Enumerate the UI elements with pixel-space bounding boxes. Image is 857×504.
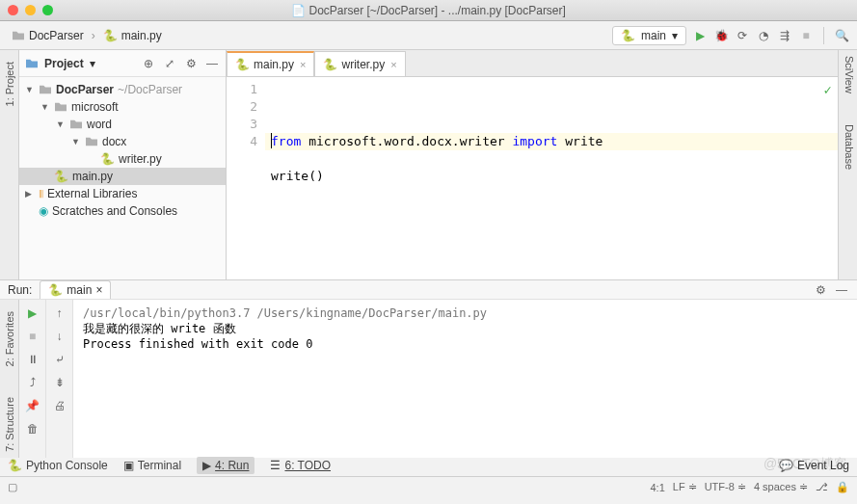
tree-arrow-icon: ▶ bbox=[25, 189, 35, 199]
hide-icon[interactable]: — bbox=[834, 282, 849, 298]
search-button[interactable]: 🔍 bbox=[834, 28, 849, 43]
code-area[interactable]: ✓ from microsoft.word.docx.writer import… bbox=[265, 77, 838, 279]
zoom-window-icon[interactable] bbox=[42, 5, 53, 15]
editor-tab[interactable]: 🐍writer.py× bbox=[314, 51, 405, 76]
stop-button[interactable]: ■ bbox=[25, 329, 40, 344]
close-icon[interactable]: × bbox=[95, 283, 102, 297]
console-output[interactable]: /usr/local/bin/python3.7 /Users/kingname… bbox=[73, 300, 857, 458]
project-label: Project bbox=[44, 57, 84, 70]
hide-icon[interactable]: — bbox=[204, 56, 220, 71]
close-icon[interactable]: × bbox=[300, 59, 306, 70]
separator bbox=[823, 27, 824, 44]
terminal-tab[interactable]: ▣Terminal bbox=[123, 459, 181, 472]
sciview-tool-tab[interactable]: SciView bbox=[839, 50, 857, 99]
library-icon: ⫴ bbox=[39, 187, 43, 200]
pin-button[interactable]: 📌 bbox=[25, 398, 40, 413]
project-icon bbox=[25, 58, 39, 69]
run-toolbar-2: ↑ ↓ ⤶ ⇟ 🖨 bbox=[46, 300, 73, 458]
favorites-tool-tab[interactable]: 2: Favorites bbox=[2, 305, 17, 372]
breadcrumb-item[interactable]: DocParser bbox=[8, 27, 88, 44]
target-icon[interactable]: ⊕ bbox=[141, 56, 156, 71]
folder-icon bbox=[39, 84, 52, 95]
breadcrumb: DocParser › 🐍 main.py bbox=[8, 27, 166, 44]
tree-item-word[interactable]: ▼ word bbox=[19, 116, 226, 133]
rerun-button[interactable]: ▶ bbox=[25, 305, 40, 321]
lock-icon[interactable]: 🔒 bbox=[836, 481, 849, 493]
coverage-button[interactable]: ⟳ bbox=[735, 28, 750, 43]
project-tool-tab[interactable]: 1: Project bbox=[2, 56, 17, 112]
encoding[interactable]: UTF-8 ≑ bbox=[705, 481, 746, 493]
run-tab-bottom[interactable]: ▶4: Run bbox=[197, 457, 254, 474]
tree-arrow-icon: ▼ bbox=[56, 119, 66, 129]
project-tree: ▼ DocParser ~/DocParser▼ microsoft▼ word… bbox=[19, 77, 226, 224]
folder-icon bbox=[12, 30, 25, 41]
gear-icon[interactable]: ⚙ bbox=[183, 56, 199, 71]
editor-tab[interactable]: 🐍main.py× bbox=[227, 51, 314, 76]
scroll-button[interactable]: ⇟ bbox=[52, 375, 67, 390]
window-controls bbox=[8, 5, 53, 15]
main-area: 1: Project Project ▾ ⊕ ⤢ ⚙ — ▼ DocParser… bbox=[0, 50, 857, 279]
concurrent-button[interactable]: ⇶ bbox=[777, 28, 792, 43]
up-button[interactable]: ↑ bbox=[52, 305, 67, 321]
todo-tab[interactable]: ☰6: TODO bbox=[270, 459, 331, 472]
right-tool-stripe: SciView Database bbox=[838, 50, 857, 279]
python-file-icon: 🐍 bbox=[103, 29, 118, 42]
run-button[interactable]: ▶ bbox=[692, 28, 708, 43]
exit-button[interactable]: ⤴ bbox=[25, 375, 40, 390]
chevron-down-icon[interactable]: ▾ bbox=[90, 57, 95, 70]
tree-item-scratches-and-consoles[interactable]: ◉ Scratches and Consoles bbox=[19, 202, 226, 220]
run-tab[interactable]: 🐍 main × bbox=[40, 280, 111, 299]
python-file-icon: 🐍 bbox=[54, 170, 68, 183]
list-icon: ☰ bbox=[270, 459, 281, 472]
status-icon[interactable]: ▢ bbox=[8, 481, 17, 493]
run-config-select[interactable]: 🐍 main ▾ bbox=[612, 26, 686, 45]
profile-button[interactable]: ◔ bbox=[756, 28, 771, 43]
tree-item-main-py[interactable]: 🐍 main.py bbox=[19, 168, 226, 185]
close-icon[interactable]: × bbox=[390, 59, 396, 70]
python-console-tab[interactable]: 🐍Python Console bbox=[8, 459, 108, 472]
database-tool-tab[interactable]: Database bbox=[839, 119, 857, 175]
left-tool-stripe: 1: Project bbox=[0, 50, 19, 279]
tree-item-docx[interactable]: ▼ docx bbox=[19, 133, 226, 150]
tree-label: DocParser bbox=[56, 83, 114, 96]
tree-item-microsoft[interactable]: ▼ microsoft bbox=[19, 98, 226, 116]
run-body: 2: Favorites 7: Structure ▶ ■ ⏸ ⤴ 📌 🗑 ↑ … bbox=[0, 300, 857, 458]
run-toolbar-1: ▶ ■ ⏸ ⤴ 📌 🗑 bbox=[19, 300, 46, 458]
debug-button[interactable]: 🐞 bbox=[713, 28, 729, 43]
code-editor[interactable]: 1234 ✓ from microsoft.word.docx.writer i… bbox=[227, 77, 838, 279]
stop-button[interactable]: ■ bbox=[798, 28, 814, 43]
run-panel: Run: 🐍 main × ⚙ — 2: Favorites 7: Struct… bbox=[0, 279, 857, 453]
tab-label: writer.py bbox=[341, 58, 385, 71]
wrap-button[interactable]: ⤶ bbox=[52, 352, 67, 367]
down-button[interactable]: ↓ bbox=[52, 329, 67, 344]
chevron-down-icon: ▾ bbox=[672, 29, 678, 42]
structure-tool-tab[interactable]: 7: Structure bbox=[2, 391, 17, 458]
python-icon: 📄 bbox=[291, 4, 306, 17]
expand-icon[interactable]: ⤢ bbox=[162, 56, 177, 71]
git-icon[interactable]: ⎇ bbox=[816, 481, 828, 493]
python-file-icon: 🐍 bbox=[323, 58, 337, 71]
print-button[interactable]: 🖨 bbox=[52, 398, 67, 413]
python-file-icon: 🐍 bbox=[235, 58, 250, 71]
gear-icon[interactable]: ⚙ bbox=[813, 282, 828, 298]
breadcrumb-item[interactable]: 🐍 main.py bbox=[99, 27, 166, 44]
close-window-icon[interactable] bbox=[8, 5, 18, 15]
caret-position[interactable]: 4:1 bbox=[650, 482, 664, 493]
tree-item-writer-py[interactable]: 🐍 writer.py bbox=[19, 150, 226, 168]
folder-icon bbox=[69, 119, 83, 130]
tree-item-external-libraries[interactable]: ▶⫴ External Libraries bbox=[19, 185, 226, 202]
play-icon: ▶ bbox=[202, 459, 211, 472]
trash-button[interactable]: 🗑 bbox=[25, 421, 40, 437]
minimize-window-icon[interactable] bbox=[25, 5, 36, 15]
caret bbox=[271, 133, 272, 148]
tree-arrow-icon: ▼ bbox=[40, 102, 50, 112]
tree-hint: ~/DocParser bbox=[118, 83, 182, 96]
indent[interactable]: 4 spaces ≑ bbox=[754, 481, 808, 493]
left-tool-stripe-2: 2: Favorites 7: Structure bbox=[0, 300, 19, 458]
python-icon: 🐍 bbox=[8, 459, 22, 472]
line-ending[interactable]: LF ≑ bbox=[673, 481, 697, 493]
event-log-link[interactable]: 💬Event Log bbox=[779, 459, 849, 472]
run-label: Run: bbox=[8, 283, 32, 297]
tree-item-docparser[interactable]: ▼ DocParser ~/DocParser bbox=[19, 81, 226, 98]
pause-button[interactable]: ⏸ bbox=[25, 352, 40, 367]
